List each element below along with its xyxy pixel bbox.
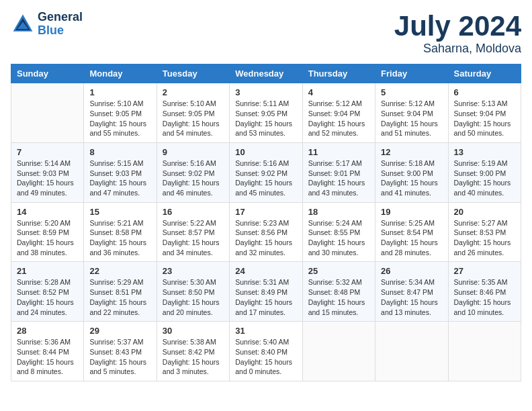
logo-icon (11, 12, 35, 36)
day-number: 7 (17, 147, 78, 157)
day-number: 11 (308, 147, 369, 157)
day-info: Sunrise: 5:25 AM Sunset: 8:54 PM Dayligh… (381, 218, 442, 258)
weekday-header-cell: Tuesday (157, 64, 229, 83)
day-info: Sunrise: 5:36 AM Sunset: 8:44 PM Dayligh… (17, 337, 78, 377)
day-info: Sunrise: 5:34 AM Sunset: 8:47 PM Dayligh… (381, 277, 442, 317)
day-number: 19 (381, 207, 442, 217)
day-info: Sunrise: 5:19 AM Sunset: 9:00 PM Dayligh… (454, 158, 515, 198)
day-number: 5 (381, 87, 442, 97)
day-info: Sunrise: 5:14 AM Sunset: 9:03 PM Dayligh… (17, 158, 78, 198)
day-number: 30 (163, 326, 224, 336)
day-info: Sunrise: 5:29 AM Sunset: 8:51 PM Dayligh… (89, 277, 150, 317)
calendar-day-cell: 6Sunrise: 5:13 AM Sunset: 9:04 PM Daylig… (448, 83, 521, 143)
day-info: Sunrise: 5:10 AM Sunset: 9:05 PM Dayligh… (89, 99, 150, 138)
day-number: 10 (235, 147, 296, 157)
day-number: 29 (89, 326, 150, 336)
calendar-week-row: 1Sunrise: 5:10 AM Sunset: 9:05 PM Daylig… (11, 83, 521, 143)
calendar-day-cell (448, 322, 521, 381)
day-number: 25 (308, 266, 369, 276)
title-area: July 2024 Saharna, Moldova (394, 11, 521, 56)
calendar-day-cell: 30Sunrise: 5:38 AM Sunset: 8:42 PM Dayli… (157, 322, 229, 381)
day-info: Sunrise: 5:17 AM Sunset: 9:01 PM Dayligh… (308, 158, 369, 198)
calendar-day-cell: 10Sunrise: 5:16 AM Sunset: 9:02 PM Dayli… (230, 142, 302, 202)
day-number: 16 (163, 207, 224, 217)
calendar-day-cell: 31Sunrise: 5:40 AM Sunset: 8:40 PM Dayli… (230, 322, 302, 381)
logo-text-general: General (38, 11, 83, 24)
day-info: Sunrise: 5:40 AM Sunset: 8:40 PM Dayligh… (235, 337, 296, 377)
calendar-day-cell: 8Sunrise: 5:15 AM Sunset: 9:03 PM Daylig… (84, 142, 157, 202)
calendar-day-cell (375, 322, 448, 381)
day-info: Sunrise: 5:32 AM Sunset: 8:48 PM Dayligh… (308, 277, 369, 317)
day-number: 26 (381, 266, 442, 276)
weekday-header-cell: Saturday (448, 64, 521, 83)
day-info: Sunrise: 5:11 AM Sunset: 9:05 PM Dayligh… (235, 99, 296, 138)
weekday-header-cell: Thursday (302, 64, 375, 83)
logo: General Blue (11, 11, 83, 38)
day-info: Sunrise: 5:18 AM Sunset: 9:00 PM Dayligh… (381, 158, 442, 198)
day-info: Sunrise: 5:24 AM Sunset: 8:55 PM Dayligh… (308, 218, 369, 258)
day-info: Sunrise: 5:37 AM Sunset: 8:43 PM Dayligh… (89, 337, 150, 377)
day-number: 28 (17, 326, 78, 336)
day-info: Sunrise: 5:15 AM Sunset: 9:03 PM Dayligh… (89, 158, 150, 198)
day-info: Sunrise: 5:10 AM Sunset: 9:05 PM Dayligh… (163, 99, 224, 138)
calendar-day-cell: 23Sunrise: 5:30 AM Sunset: 8:50 PM Dayli… (157, 262, 229, 322)
calendar-day-cell: 22Sunrise: 5:29 AM Sunset: 8:51 PM Dayli… (84, 262, 157, 322)
day-number: 12 (381, 147, 442, 157)
calendar-day-cell: 4Sunrise: 5:12 AM Sunset: 9:04 PM Daylig… (302, 83, 375, 143)
calendar-day-cell: 26Sunrise: 5:34 AM Sunset: 8:47 PM Dayli… (375, 262, 448, 322)
header: General Blue July 2024 Saharna, Moldova (11, 11, 521, 56)
day-number: 14 (17, 207, 78, 217)
day-number: 6 (454, 87, 515, 97)
day-info: Sunrise: 5:27 AM Sunset: 8:53 PM Dayligh… (454, 218, 515, 258)
calendar-day-cell: 16Sunrise: 5:22 AM Sunset: 8:57 PM Dayli… (157, 202, 229, 262)
day-info: Sunrise: 5:12 AM Sunset: 9:04 PM Dayligh… (308, 99, 369, 138)
calendar-week-row: 21Sunrise: 5:28 AM Sunset: 8:52 PM Dayli… (11, 262, 521, 322)
day-info: Sunrise: 5:22 AM Sunset: 8:57 PM Dayligh… (163, 218, 224, 258)
calendar-day-cell: 13Sunrise: 5:19 AM Sunset: 9:00 PM Dayli… (448, 142, 521, 202)
weekday-header-row: SundayMondayTuesdayWednesdayThursdayFrid… (11, 64, 521, 83)
day-info: Sunrise: 5:31 AM Sunset: 8:49 PM Dayligh… (235, 277, 296, 317)
calendar-day-cell: 12Sunrise: 5:18 AM Sunset: 9:00 PM Dayli… (375, 142, 448, 202)
weekday-header-cell: Wednesday (230, 64, 302, 83)
day-number: 18 (308, 207, 369, 217)
calendar-week-row: 28Sunrise: 5:36 AM Sunset: 8:44 PM Dayli… (11, 322, 521, 381)
day-number: 8 (89, 147, 150, 157)
logo-text-blue: Blue (38, 24, 83, 38)
calendar-day-cell: 2Sunrise: 5:10 AM Sunset: 9:05 PM Daylig… (157, 83, 229, 143)
calendar-day-cell: 11Sunrise: 5:17 AM Sunset: 9:01 PM Dayli… (302, 142, 375, 202)
calendar-day-cell: 27Sunrise: 5:35 AM Sunset: 8:46 PM Dayli… (448, 262, 521, 322)
day-info: Sunrise: 5:16 AM Sunset: 9:02 PM Dayligh… (163, 158, 224, 198)
calendar-body: 1Sunrise: 5:10 AM Sunset: 9:05 PM Daylig… (11, 83, 521, 381)
calendar-week-row: 7Sunrise: 5:14 AM Sunset: 9:03 PM Daylig… (11, 142, 521, 202)
day-info: Sunrise: 5:12 AM Sunset: 9:04 PM Dayligh… (381, 99, 442, 138)
day-number: 23 (163, 266, 224, 276)
calendar-day-cell: 7Sunrise: 5:14 AM Sunset: 9:03 PM Daylig… (11, 142, 84, 202)
calendar-day-cell: 1Sunrise: 5:10 AM Sunset: 9:05 PM Daylig… (84, 83, 157, 143)
calendar-table: SundayMondayTuesdayWednesdayThursdayFrid… (11, 64, 521, 381)
location-title: Saharna, Moldova (394, 42, 521, 56)
day-number: 9 (163, 147, 224, 157)
day-number: 15 (89, 207, 150, 217)
calendar-day-cell: 24Sunrise: 5:31 AM Sunset: 8:49 PM Dayli… (230, 262, 302, 322)
day-info: Sunrise: 5:21 AM Sunset: 8:58 PM Dayligh… (89, 218, 150, 258)
calendar-day-cell: 25Sunrise: 5:32 AM Sunset: 8:48 PM Dayli… (302, 262, 375, 322)
day-number: 21 (17, 266, 78, 276)
day-number: 1 (89, 87, 150, 97)
day-info: Sunrise: 5:16 AM Sunset: 9:02 PM Dayligh… (235, 158, 296, 198)
day-number: 20 (454, 207, 515, 217)
calendar-day-cell: 19Sunrise: 5:25 AM Sunset: 8:54 PM Dayli… (375, 202, 448, 262)
calendar-day-cell (11, 83, 84, 143)
day-info: Sunrise: 5:28 AM Sunset: 8:52 PM Dayligh… (17, 277, 78, 317)
weekday-header-cell: Friday (375, 64, 448, 83)
calendar-day-cell: 21Sunrise: 5:28 AM Sunset: 8:52 PM Dayli… (11, 262, 84, 322)
calendar-day-cell: 29Sunrise: 5:37 AM Sunset: 8:43 PM Dayli… (84, 322, 157, 381)
weekday-header-cell: Sunday (11, 64, 84, 83)
calendar-day-cell: 15Sunrise: 5:21 AM Sunset: 8:58 PM Dayli… (84, 202, 157, 262)
day-number: 3 (235, 87, 296, 97)
day-number: 24 (235, 266, 296, 276)
day-number: 27 (454, 266, 515, 276)
calendar-day-cell: 5Sunrise: 5:12 AM Sunset: 9:04 PM Daylig… (375, 83, 448, 143)
day-info: Sunrise: 5:30 AM Sunset: 8:50 PM Dayligh… (163, 277, 224, 317)
day-number: 22 (89, 266, 150, 276)
calendar-day-cell: 9Sunrise: 5:16 AM Sunset: 9:02 PM Daylig… (157, 142, 229, 202)
